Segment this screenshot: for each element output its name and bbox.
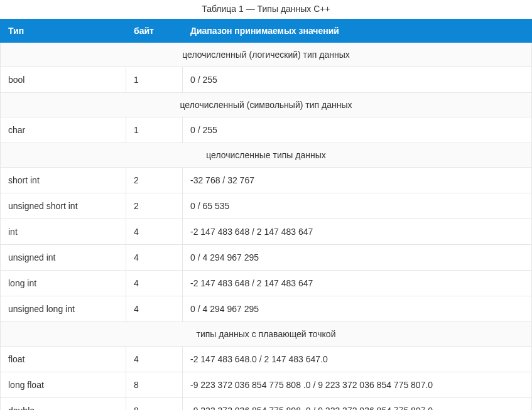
table-row: long int4-2 147 483 648 / 2 147 483 647 xyxy=(1,271,532,296)
cell-bytes: 1 xyxy=(126,67,183,93)
table-row: short int2-32 768 / 32 767 xyxy=(1,168,532,193)
header-type: Тип xyxy=(1,19,126,43)
cell-bytes: 4 xyxy=(126,271,183,296)
cell-type: bool xyxy=(1,67,126,93)
table-row: float4-2 147 483 648.0 / 2 147 483 647.0 xyxy=(1,347,532,372)
cell-range: -2 147 483 648 / 2 147 483 647 xyxy=(183,219,532,245)
section-title: целочисленный (символьный) тип данных xyxy=(1,93,532,117)
cell-range: 0 / 65 535 xyxy=(183,193,532,219)
cell-bytes: 4 xyxy=(126,219,183,245)
cell-bytes: 4 xyxy=(126,347,183,372)
cell-type: long int xyxy=(1,271,126,296)
cell-bytes: 1 xyxy=(126,117,183,143)
table-row: bool10 / 255 xyxy=(1,67,532,93)
section-title: целочисленные типы данных xyxy=(1,143,532,168)
cell-range: 0 / 255 xyxy=(183,117,532,143)
cell-type: int xyxy=(1,219,126,245)
cell-range: -2 147 483 648 / 2 147 483 647 xyxy=(183,271,532,296)
cell-type: unsigned int xyxy=(1,245,126,271)
cell-bytes: 4 xyxy=(126,296,183,322)
table-row: unsigned long int40 / 4 294 967 295 xyxy=(1,296,532,322)
cell-type: unsigned short int xyxy=(1,193,126,219)
table-row: char10 / 255 xyxy=(1,117,532,143)
table-row: unsigned int40 / 4 294 967 295 xyxy=(1,245,532,271)
table-row: double8-9 223 372 036 854 775 808 .0 / 9… xyxy=(1,398,532,411)
cell-type: double xyxy=(1,398,126,411)
cell-range: 0 / 4 294 967 295 xyxy=(183,296,532,322)
cell-range: -9 223 372 036 854 775 808 .0 / 9 223 37… xyxy=(183,372,532,398)
section-title: типы данных с плавающей точкой xyxy=(1,322,532,347)
cell-range: -9 223 372 036 854 775 808 .0 / 9 223 37… xyxy=(183,398,532,411)
section-title: целочисленный (логический) тип данных xyxy=(1,43,532,67)
cell-type: short int xyxy=(1,168,126,193)
cell-type: unsigned long int xyxy=(1,296,126,322)
table-row: long float8-9 223 372 036 854 775 808 .0… xyxy=(1,372,532,398)
cell-bytes: 2 xyxy=(126,168,183,193)
table-row: int4-2 147 483 648 / 2 147 483 647 xyxy=(1,219,532,245)
cell-bytes: 8 xyxy=(126,398,183,411)
header-bytes: байт xyxy=(126,19,183,43)
table-caption: Таблица 1 — Типы данных С++ xyxy=(0,0,532,19)
cell-range: 0 / 4 294 967 295 xyxy=(183,245,532,271)
cell-bytes: 2 xyxy=(126,193,183,219)
cell-bytes: 8 xyxy=(126,372,183,398)
cell-range: 0 / 255 xyxy=(183,67,532,93)
cell-type: float xyxy=(1,347,126,372)
header-range: Диапазон принимаемых значений xyxy=(183,19,532,43)
cell-type: char xyxy=(1,117,126,143)
cell-type: long float xyxy=(1,372,126,398)
cell-range: -32 768 / 32 767 xyxy=(183,168,532,193)
data-types-table: Тип байт Диапазон принимаемых значений ц… xyxy=(0,19,532,410)
cell-range: -2 147 483 648.0 / 2 147 483 647.0 xyxy=(183,347,532,372)
table-row: unsigned short int20 / 65 535 xyxy=(1,193,532,219)
cell-bytes: 4 xyxy=(126,245,183,271)
